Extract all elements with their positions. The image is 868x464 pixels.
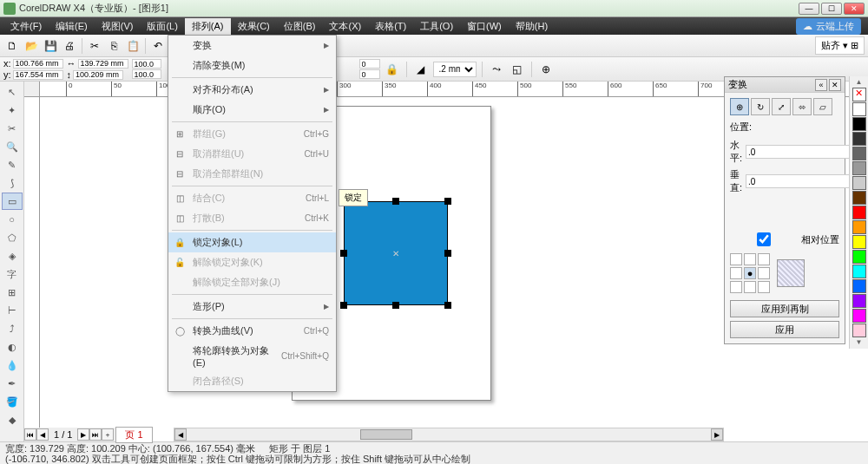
add-page-button[interactable]: ＋ [102,428,114,441]
color-swatch[interactable] [852,102,866,116]
apply-button[interactable]: 应用 [730,321,839,338]
color-swatch[interactable] [852,147,866,160]
scale-y-input[interactable] [132,69,161,79]
interactive-fill-tool[interactable]: ◆ [2,411,23,428]
menu-1[interactable]: 编辑(E) [49,18,95,35]
resize-handle-w[interactable] [340,250,347,257]
menu-3[interactable]: 版面(L) [140,18,184,35]
scale-tab[interactable]: ⤢ [772,98,791,115]
interactive-tool[interactable]: ◐ [2,338,23,356]
apply-duplicate-button[interactable]: 应用到再制 [730,300,839,317]
rotation-input[interactable] [359,59,380,69]
menu-9[interactable]: 工具(O) [413,18,460,35]
page-tab-1[interactable]: 页 1 [115,427,152,443]
palette-down-button[interactable]: ▼ [852,338,866,347]
dimension-tool[interactable]: ⊢ [2,302,23,319]
lock-ratio-icon[interactable]: 🔒 [384,61,401,78]
menu-0[interactable]: 文件(F) [3,18,49,35]
open-button[interactable]: 📂 [23,37,40,55]
anchor-nw[interactable] [730,253,742,265]
zoom-tool[interactable]: 🔍 [2,138,23,155]
undo-button[interactable]: ↶ [149,37,167,55]
vertical-input[interactable] [746,174,861,188]
horizontal-scrollbar[interactable]: ◀ ▶ [174,428,724,441]
print-button[interactable]: 🖨 [61,37,78,55]
menu-item-M[interactable]: 清除变换(M) [168,56,336,75]
text-tool[interactable]: 字 [2,265,23,283]
anchor-c[interactable]: ● [744,267,756,279]
horizontal-input[interactable] [746,145,861,159]
ruler-origin[interactable] [24,82,40,97]
skew-tab[interactable]: ▱ [813,98,832,115]
ruler-vertical[interactable] [24,97,40,448]
no-fill-swatch[interactable]: ✕ [852,88,866,101]
anchor-se[interactable] [758,281,770,293]
y-input[interactable] [13,70,63,80]
color-swatch[interactable] [852,176,866,190]
resize-handle-ne[interactable] [444,198,451,205]
new-button[interactable]: 🗋 [3,37,21,55]
menu-5[interactable]: 效果(C) [231,18,277,35]
size-tab[interactable]: ⬄ [792,98,812,115]
wrap-icon[interactable]: ⤳ [488,61,505,78]
scale-x-input[interactable] [132,59,161,69]
connector-tool[interactable]: ⤴ [2,320,23,337]
outline-tool[interactable]: ✒ [2,375,23,392]
docker-close-button[interactable]: ✕ [829,79,841,91]
relative-position-checkbox[interactable] [730,232,798,246]
last-page-button[interactable]: ⏭ [89,428,102,441]
crop-tool[interactable]: ✂ [2,120,23,137]
rotate-tab[interactable]: ↻ [751,98,770,115]
scroll-thumb[interactable] [360,429,412,440]
menu-2[interactable]: 视图(V) [95,18,141,35]
height-input[interactable] [73,70,123,80]
menu-10[interactable]: 窗口(W) [460,18,509,35]
snap-dropdown[interactable]: 贴齐 ▾ ⊞ [815,36,865,55]
corner-icon[interactable]: ◢ [412,61,430,78]
menu-item-A[interactable]: 对齐和分布(A)▶ [168,80,336,100]
menu-4[interactable]: 排列(A) [185,18,231,35]
menu-item-P[interactable]: 造形(P)▶ [168,297,336,317]
scroll-right-button[interactable]: ▶ [711,428,723,441]
smart-tool[interactable]: ⟆ [2,174,23,192]
color-swatch[interactable] [852,294,866,308]
anchor-ne[interactable] [758,253,770,265]
menu-item-O[interactable]: 顺序(O)▶ [168,100,336,120]
first-page-button[interactable]: ⏮ [24,428,36,441]
anchor-sw[interactable] [730,281,742,293]
cloud-upload-button[interactable]: ☁ 云端上传 [796,18,861,35]
shape-tool[interactable]: ✦ [2,101,23,119]
resize-handle-e[interactable] [444,250,451,257]
menu-6[interactable]: 位图(B) [277,18,323,35]
minimize-button[interactable]: — [799,3,819,15]
color-swatch[interactable] [852,132,866,146]
color-swatch[interactable] [852,250,866,264]
menu-7[interactable]: 文本(X) [322,18,368,35]
color-swatch[interactable] [852,191,866,205]
menu-11[interactable]: 帮助(H) [509,18,555,35]
menu-item-E[interactable]: 将轮廓转换为对象(E)Ctrl+Shift+Q [168,341,336,371]
anchor-w[interactable] [730,267,742,279]
anchor-e[interactable] [758,267,770,279]
color-swatch[interactable] [852,161,866,175]
cut-button[interactable]: ✂ [86,37,103,55]
docker-collapse-button[interactable]: « [815,79,827,91]
fill-tool[interactable]: 🪣 [2,393,23,410]
color-swatch[interactable] [852,220,866,234]
table-tool[interactable]: ⊞ [2,284,23,301]
color-swatch[interactable] [852,117,866,131]
close-button[interactable]: ✕ [844,3,865,15]
selected-rectangle[interactable]: ✕ [344,201,448,305]
paste-button[interactable]: 📋 [124,37,141,55]
prev-page-button[interactable]: ◀ [36,428,49,441]
color-swatch[interactable] [852,206,866,219]
resize-handle-s[interactable] [392,302,399,309]
save-button[interactable]: 💾 [42,37,59,55]
color-swatch[interactable] [852,265,866,278]
palette-up-button[interactable]: ▲ [852,78,866,87]
pick-tool[interactable]: ↖ [2,83,23,101]
scroll-left-button[interactable]: ◀ [174,428,187,441]
color-swatch[interactable] [852,235,866,249]
eyedropper-tool[interactable]: 💧 [2,356,23,374]
resize-handle-se[interactable] [444,302,451,309]
